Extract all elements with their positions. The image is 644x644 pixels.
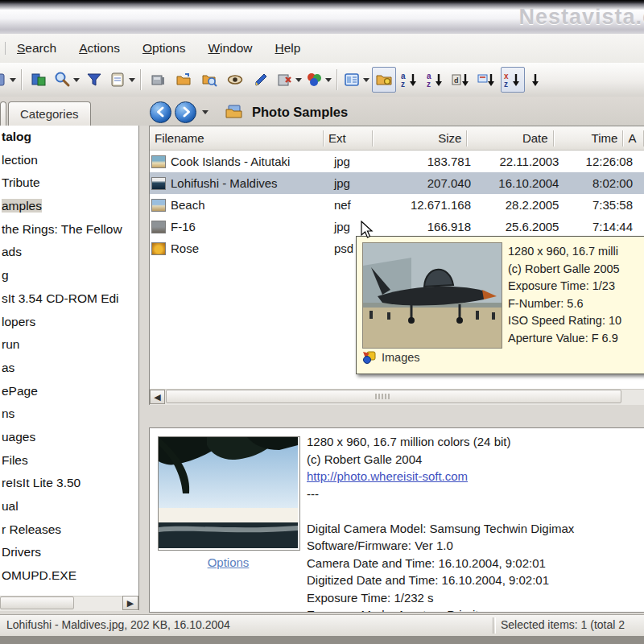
column-header-time[interactable]: Time (554, 130, 624, 147)
tree-item[interactable]: the Rings: The Fellow (0, 218, 138, 242)
sort-size-icon (477, 71, 497, 89)
file-thumbnail (151, 199, 166, 212)
filter-button[interactable] (82, 67, 106, 93)
details-panel: Options 1280 x 960, 16.7 million colors … (149, 427, 644, 613)
tree-item[interactable]: lection (0, 149, 138, 172)
file-row-selected[interactable]: Lohifushi - Maldives jpg 207.040 16.10.2… (150, 172, 644, 194)
details-panel-toggle-button[interactable] (372, 67, 396, 93)
column-header-filename[interactable]: Filename (150, 130, 324, 147)
tab-cut-edge[interactable] (0, 101, 6, 126)
tooltip-footer: Images (362, 350, 420, 365)
toolbar-separator (336, 69, 338, 90)
title-bar: Nestavista.c (0, 0, 644, 34)
tree-item[interactable]: uages (0, 426, 138, 449)
tree-item-selected[interactable]: amples (0, 195, 138, 218)
column-header-size[interactable]: Size (373, 130, 468, 147)
find-folder-button[interactable] (197, 67, 221, 93)
color-theme-button[interactable] (304, 67, 332, 93)
chevron-down-icon (73, 78, 80, 82)
list-view-button[interactable] (342, 67, 370, 93)
current-category-title: Photo Samples (252, 105, 348, 120)
search-button[interactable] (52, 67, 80, 93)
erase-button[interactable] (275, 67, 303, 93)
tree-item-catalog[interactable]: talog (0, 126, 138, 149)
file-row[interactable]: F-16 jpg 166.918 25.6.2005 7:14:44 (150, 216, 644, 237)
list-scrollbar-thumb[interactable] (166, 390, 621, 403)
sidebar-scrollbar-thumb[interactable] (0, 597, 74, 609)
list-scroll-left-button[interactable]: ◀ (150, 390, 165, 404)
tree-item[interactable]: g (0, 264, 138, 287)
menu-window[interactable]: Window (196, 38, 263, 59)
chevron-down-icon (325, 78, 332, 82)
column-header-ext[interactable]: Ext (324, 130, 373, 147)
tree-item[interactable]: ePage (0, 380, 138, 403)
report-icon (109, 71, 126, 89)
preview-eye-button[interactable] (223, 67, 247, 93)
sort-ext-button[interactable]: az (423, 67, 448, 93)
tree-item[interactable]: run (0, 333, 138, 357)
column-header-date[interactable]: Date (467, 130, 553, 147)
menu-help[interactable]: Help (264, 38, 312, 59)
sidebar-scroll-right-button[interactable]: ▶ (122, 596, 138, 610)
tree-item[interactable]: Tribute (0, 171, 138, 195)
tooltip-line: 1280 x 960, 16.7 milli (508, 243, 644, 261)
beach-photo-thumbnail[interactable] (158, 436, 300, 551)
menu-search[interactable]: Search (6, 38, 68, 59)
categories-tree: talog lection Tribute amples the Rings: … (0, 126, 139, 610)
catalog-new-button[interactable] (0, 67, 17, 93)
details-panel-toggle-icon (374, 71, 394, 89)
sort-size-button[interactable] (475, 67, 499, 93)
tab-categories[interactable]: Categories (8, 101, 91, 126)
tree-item[interactable]: reIsIt Lite 3.50 (0, 472, 138, 495)
sort-date-button[interactable]: d (449, 67, 473, 93)
tree-item[interactable]: Drivers (0, 541, 138, 564)
chevron-down-icon (10, 78, 16, 82)
find-folder-icon (200, 71, 218, 89)
menu-actions[interactable]: Actions (68, 38, 131, 59)
filter-icon (85, 71, 103, 89)
collection-icon (30, 71, 47, 89)
edit-pen-button[interactable] (249, 67, 273, 93)
column-header-attr[interactable]: A (623, 130, 644, 147)
forward-button[interactable] (175, 101, 196, 123)
cell-date: 28.2.2005 (476, 198, 564, 212)
sort-ext-icon: az (426, 71, 445, 89)
cell-ext: jpg (329, 155, 379, 168)
open-catalog-button[interactable] (171, 67, 196, 93)
cell-filename: F-16 (166, 220, 329, 233)
scan-media-icon (149, 71, 167, 89)
sort-more-button[interactable] (526, 67, 551, 93)
menu-options[interactable]: Options (131, 38, 196, 59)
tree-item[interactable]: Files (0, 449, 138, 473)
arrow-left-icon (155, 105, 167, 118)
file-row[interactable]: Beach nef 12.671.168 28.2.2005 7:35:58 (150, 194, 644, 216)
f16-photo-preview (362, 242, 502, 349)
nav-history-dropdown[interactable] (202, 110, 208, 114)
tree-item[interactable]: as (0, 357, 138, 380)
tree-item[interactable]: ns (0, 402, 138, 426)
tree-item[interactable]: r Releases (0, 518, 138, 542)
tree-item[interactable]: sIt 3.54 CD-ROM Edi (0, 287, 138, 311)
svg-text:z: z (427, 80, 431, 89)
cell-size: 207.040 (379, 176, 476, 190)
back-button[interactable] (150, 101, 171, 123)
photo-website-link[interactable]: http://photo.whereisit-soft.com (307, 468, 644, 485)
file-row[interactable]: Cook Islands - Aitutaki jpg 183.781 22.1… (150, 151, 644, 172)
status-divider (493, 617, 496, 634)
tree-item[interactable]: OMUPD.EXE (0, 564, 138, 588)
sort-name-button[interactable]: az (398, 67, 422, 93)
tree-item[interactable]: lopers (0, 311, 138, 334)
svg-text:d: d (454, 76, 459, 85)
status-bar: Lohifushi - Maldives.jpg, 202 KB, 16.10.… (0, 614, 644, 637)
report-button[interactable] (108, 67, 136, 93)
tree-item[interactable]: ual (0, 495, 138, 518)
sort-more-icon (529, 71, 548, 89)
tree-item[interactable]: ads (0, 241, 138, 264)
collection-button[interactable] (27, 67, 51, 93)
chevron-down-icon (295, 78, 302, 82)
sort-custom-button[interactable]: xz (501, 67, 525, 93)
mouse-cursor (361, 221, 374, 238)
options-link[interactable]: Options (158, 555, 299, 569)
scan-media-button[interactable] (146, 67, 170, 93)
cell-ext: jpg (329, 176, 379, 190)
